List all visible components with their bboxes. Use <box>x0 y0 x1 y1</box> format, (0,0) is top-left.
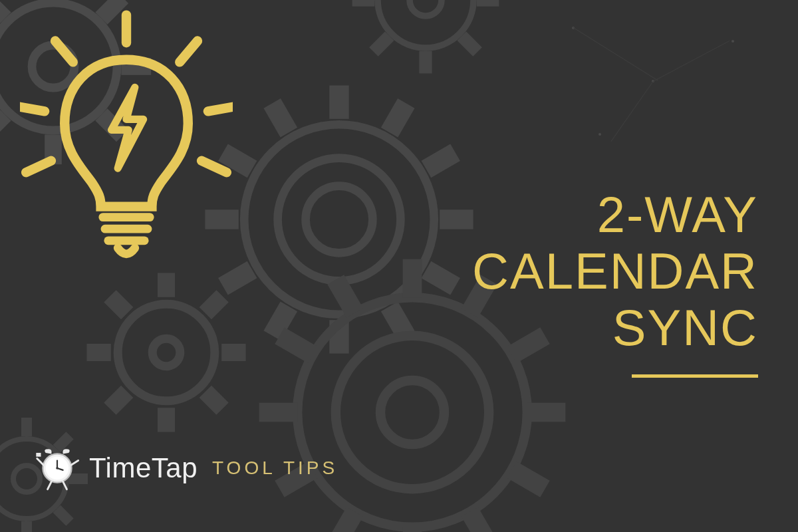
svg-rect-54 <box>352 0 375 7</box>
svg-line-88 <box>70 460 78 465</box>
gear-icon <box>80 266 253 439</box>
svg-line-85 <box>48 481 52 489</box>
svg-rect-31 <box>200 290 229 319</box>
svg-rect-29 <box>86 344 110 361</box>
svg-line-86 <box>63 481 67 489</box>
network-dot <box>732 40 734 43</box>
network-line <box>653 41 730 82</box>
lightbulb-icon <box>20 7 233 266</box>
svg-rect-34 <box>200 386 229 415</box>
svg-point-37 <box>380 380 444 444</box>
svg-point-12 <box>306 186 373 253</box>
page-title: 2-WAY CALENDAR SYNC <box>472 186 758 378</box>
svg-rect-33 <box>104 290 133 319</box>
svg-line-87 <box>37 459 44 466</box>
svg-line-71 <box>180 41 198 63</box>
brand-tagline: TOOL TIPS <box>212 458 338 479</box>
network-line <box>573 27 658 80</box>
title-underline <box>632 374 758 378</box>
svg-rect-62 <box>21 418 32 436</box>
svg-rect-24 <box>263 98 297 137</box>
title-line-3: SYNC <box>472 299 758 356</box>
svg-rect-13 <box>329 85 348 118</box>
svg-rect-30 <box>221 344 245 361</box>
svg-point-25 <box>118 304 215 401</box>
svg-rect-38 <box>403 259 422 298</box>
svg-rect-63 <box>21 521 32 532</box>
title-line-1: 2-WAY <box>472 186 758 243</box>
svg-point-26 <box>152 338 180 366</box>
svg-rect-53 <box>419 51 432 74</box>
gear-icon <box>346 0 505 80</box>
brand-logo: TimeTap TOOL TIPS <box>33 444 338 492</box>
brand-name: TimeTap <box>89 452 198 484</box>
svg-point-51 <box>410 0 442 16</box>
svg-rect-18 <box>422 144 460 178</box>
clock-mascot-icon <box>33 444 81 492</box>
network-line <box>610 81 653 142</box>
svg-rect-89 <box>36 453 41 457</box>
svg-line-74 <box>20 106 45 111</box>
svg-rect-28 <box>158 408 175 432</box>
title-line-2: CALENDAR <box>472 243 758 299</box>
svg-rect-47 <box>259 403 298 422</box>
svg-line-75 <box>201 161 227 173</box>
svg-rect-44 <box>403 527 422 532</box>
svg-point-84 <box>56 467 59 469</box>
svg-rect-16 <box>440 209 473 229</box>
svg-rect-17 <box>381 98 415 137</box>
promo-banner: 2-WAY CALENDAR SYNC <box>0 0 798 532</box>
svg-rect-55 <box>477 0 499 7</box>
svg-rect-41 <box>527 403 566 422</box>
svg-rect-27 <box>158 273 175 297</box>
svg-line-76 <box>26 161 51 173</box>
svg-line-72 <box>55 41 73 63</box>
svg-point-36 <box>336 336 489 489</box>
svg-rect-32 <box>104 386 133 415</box>
svg-line-73 <box>208 106 233 111</box>
network-dot <box>598 133 601 136</box>
